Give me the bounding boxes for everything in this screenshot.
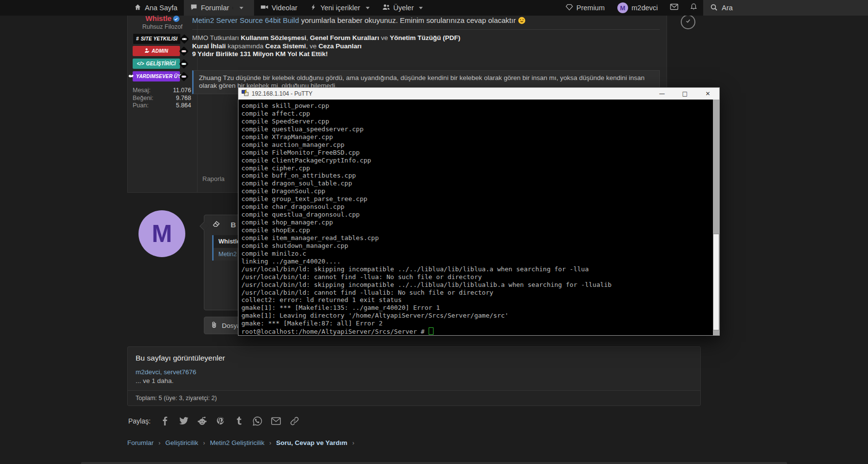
nav-item-label: Yeni içerikler <box>320 4 360 12</box>
alerts-button[interactable] <box>684 0 703 16</box>
home-icon <box>134 3 141 12</box>
nav-item-label: Videolar <box>272 4 297 12</box>
badge-gelistirici: </> GELİŞTİRİCİ <box>133 59 180 69</box>
breadcrumb: Forumlar › Geliştiricilik › Metin2 Geliş… <box>127 439 354 446</box>
avatar: M <box>617 2 628 13</box>
pinterest-icon[interactable] <box>216 416 226 426</box>
nav-item-forums[interactable]: Forumlar <box>184 0 254 16</box>
envelope-icon <box>670 3 678 12</box>
breadcrumb-separator-icon: › <box>352 440 354 446</box>
viewer-link-servet7676[interactable]: servet7676 <box>164 368 197 376</box>
badge-tag-icon <box>179 60 188 68</box>
email-icon[interactable] <box>271 416 281 426</box>
stat-puan: Puan:5.864 <box>133 102 191 110</box>
signature-line-3: 9 Yıldır Birlikte 131 Milyon KM Yol Kat … <box>192 50 660 58</box>
search-button[interactable]: Ara <box>703 0 868 16</box>
putty-window[interactable]: 192.168.1.104 - PuTTY — □ ✕ compile skil… <box>238 87 720 336</box>
link-icon[interactable] <box>290 416 300 426</box>
putty-app-icon <box>241 89 249 99</box>
top-navigation: Ana Sayfa Forumlar Videolar Yeni içerikl… <box>0 0 868 16</box>
next-panel-edge <box>81 462 787 464</box>
username: m2devci <box>631 4 658 12</box>
nav-left: Ana Sayfa Forumlar Videolar Yeni içerikl… <box>128 0 429 16</box>
hash-icon: # <box>136 36 139 41</box>
people-icon <box>382 3 390 12</box>
terminal[interactable]: compile skill_power.cpp compile affect.c… <box>238 100 713 335</box>
viewers-more: ... ve 1 daha. <box>128 376 700 390</box>
stat-begeni: Beğeni:9.768 <box>133 95 191 102</box>
post-body: Metin2 Server Source 64bit Build yorumla… <box>192 16 660 26</box>
breadcrumb-separator-icon: › <box>158 440 160 446</box>
nav-item-label: Ana Sayfa <box>145 4 178 12</box>
badge-tag-icon <box>180 35 189 43</box>
viewers-names: m2devci, servet7676 <box>128 368 700 376</box>
nav-item-label: Üyeler <box>394 4 414 12</box>
breadcrumb-forumlar[interactable]: Forumlar <box>127 439 154 446</box>
maximize-button[interactable]: □ <box>673 88 696 100</box>
post-divider <box>192 29 660 30</box>
author-title: Ruhsuz Filozof <box>128 23 197 30</box>
viewers-total: Toplam: 5 (üye: 3, ziyaretçi: 2) <box>128 390 700 405</box>
breadcrumb-gelistiricilik[interactable]: Geliştiricilik <box>165 439 198 446</box>
diamond-icon <box>566 4 573 12</box>
facebook-icon[interactable] <box>160 416 170 426</box>
author-sidebar: Whistle Ruhsuz Filozof # SITE YETKILISI … <box>128 16 197 192</box>
verified-badge-icon <box>173 16 179 22</box>
premium-button[interactable]: Premium <box>559 0 611 16</box>
breadcrumb-soru-cevap[interactable]: Soru, Cevap ve Yardım <box>276 439 347 446</box>
signature: MMO Tutkunları Kullanım Sözleşmesi, Gene… <box>192 34 660 58</box>
breadcrumb-metin2-gelistiricilik[interactable]: Metin2 Geliştiricilik <box>210 439 265 446</box>
smiley-emoji <box>518 17 526 26</box>
viewers-header: Bu sayfayı görüntüleyenler <box>128 347 700 368</box>
report-link[interactable]: Raporla <box>202 175 225 182</box>
terminal-output: compile skill_power.cpp compile affect.c… <box>241 102 713 327</box>
post-content: Metin2 Server Source 64bit Build yorumla… <box>192 16 660 94</box>
putty-titlebar[interactable]: 192.168.1.104 - PuTTY — □ ✕ <box>238 88 719 100</box>
tumblr-icon[interactable] <box>234 416 244 426</box>
terminal-prompt: root@localhost:/home/AltyapiServer/Srcs/… <box>241 327 713 335</box>
author-stats: Mesaj:11.076 Beğeni:9.768 Puan:5.864 <box>133 87 191 110</box>
terminal-scrollbar[interactable] <box>713 100 719 335</box>
nav-item-videos[interactable]: Videolar <box>254 0 304 16</box>
share-row: Paylaş: <box>128 416 300 426</box>
handshake-icon <box>128 74 134 79</box>
thread-link[interactable]: Metin2 Server Source 64bit Build <box>192 16 299 24</box>
bold-button[interactable]: B <box>231 221 236 229</box>
author-name[interactable]: Whistle <box>128 16 197 22</box>
solved-check-widget[interactable] <box>681 15 695 29</box>
twitter-icon[interactable] <box>178 416 189 426</box>
check-icon <box>685 18 691 26</box>
viewers-panel: Bu sayfayı görüntüleyenler m2devci, serv… <box>127 346 701 406</box>
badge-site-yetkilisi: # SITE YETKILISI <box>133 33 181 44</box>
putty-window-title: 192.168.1.104 - PuTTY <box>252 90 313 97</box>
video-camera-icon <box>260 3 268 12</box>
remove-format-icon[interactable] <box>212 220 221 229</box>
chat-icon <box>190 3 197 12</box>
nav-item-home[interactable]: Ana Sayfa <box>128 0 184 16</box>
close-button[interactable]: ✕ <box>696 88 719 100</box>
user-menu[interactable]: M m2devci <box>611 0 664 16</box>
badge-tag-icon <box>179 47 188 56</box>
reply-avatar: M <box>138 210 185 257</box>
chevron-down-icon <box>419 7 423 9</box>
nav-item-label: Forumlar <box>201 4 229 12</box>
minimize-button[interactable]: — <box>651 88 673 100</box>
scrollbar-thumb[interactable] <box>713 234 719 330</box>
messages-button[interactable] <box>664 0 684 16</box>
reddit-icon[interactable] <box>197 416 207 426</box>
paperclip-icon <box>211 321 217 330</box>
search-icon <box>710 3 718 13</box>
badge-admin: ADMIN <box>133 46 180 56</box>
nav-right: Premium M m2devci Ara <box>559 0 868 16</box>
nav-item-new-content[interactable]: Yeni içerikler <box>304 0 376 16</box>
whatsapp-icon[interactable] <box>253 416 263 426</box>
badge-tag-icon <box>179 72 188 81</box>
terminal-cursor <box>429 327 434 335</box>
lightning-icon <box>310 3 317 12</box>
premium-label: Premium <box>576 4 605 12</box>
window-controls: — □ ✕ <box>651 88 719 100</box>
badge-yardimsever-uye: YARDIMSEVER ÜYE <box>133 71 180 81</box>
forums-dropdown-toggle[interactable] <box>233 7 248 9</box>
nav-item-members[interactable]: Üyeler <box>376 0 430 16</box>
viewer-link-m2devci[interactable]: m2devci <box>136 368 160 376</box>
